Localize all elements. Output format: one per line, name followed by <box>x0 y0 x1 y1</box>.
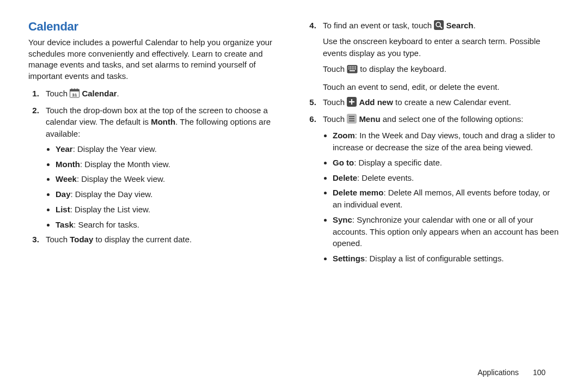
svg-rect-17 <box>352 69 353 70</box>
opt-desc: : In the Week and Day views, touch and d… <box>333 131 555 152</box>
step-5: Touch Add new to create a new Calendar e… <box>318 96 560 110</box>
step1-touch: Touch <box>46 89 68 98</box>
opt-desc: : Search for tasks. <box>74 220 139 229</box>
svg-rect-14 <box>355 66 356 68</box>
opt-desc: : Display the Year view. <box>73 144 157 154</box>
step4-p3a: Touch <box>323 64 347 74</box>
footer-section: Applications <box>477 368 519 377</box>
opt-desc: : Display the List view. <box>70 205 151 214</box>
page: Calendar Your device includes a powerful… <box>0 0 588 362</box>
step3-a: Touch <box>46 235 70 244</box>
menu-delete-memo: Delete memo: Delete All memos, All event… <box>333 187 560 211</box>
svg-rect-3 <box>74 88 75 90</box>
view-list: List: Display the List view. <box>56 204 283 216</box>
opt-desc: : Display the Day view. <box>71 189 153 199</box>
step5-a: Touch <box>323 97 347 107</box>
svg-rect-12 <box>352 66 353 68</box>
step-1: Touch 31 Calendar. <box>41 88 283 101</box>
view-week: Week: Display the Week view. <box>56 173 283 185</box>
menu-icon <box>347 114 357 127</box>
svg-rect-4 <box>77 88 78 90</box>
step1-period: . <box>117 89 119 98</box>
right-column: To find an event or task, touch Search. … <box>305 20 560 351</box>
svg-rect-10 <box>348 66 350 68</box>
steps-list-left: Touch 31 Calendar. Touch the drop-down b… <box>28 88 283 246</box>
calendar-31-icon: 31 <box>70 88 79 101</box>
svg-rect-13 <box>353 66 354 68</box>
svg-rect-6 <box>434 20 444 30</box>
menu-settings: Settings: Display a list of configurable… <box>333 253 560 265</box>
view-month: Month: Display the Month view. <box>56 158 283 170</box>
menu-sync: Sync: Synchronize your calendar with one… <box>333 214 560 249</box>
opt-name: Task <box>56 220 74 229</box>
step5-b: to create a new Calendar event. <box>393 97 511 107</box>
opt-name: Sync <box>333 215 352 224</box>
step4-p3: Touch to display the keyboard. <box>323 63 560 77</box>
menu-zoom: Zoom: In the Week and Day views, touch a… <box>333 130 560 154</box>
svg-rect-16 <box>350 69 351 70</box>
svg-text:31: 31 <box>72 93 77 97</box>
opt-desc: : Display a specific date. <box>354 158 442 167</box>
step3-today: Today <box>70 235 93 244</box>
svg-rect-20 <box>350 70 355 71</box>
opt-name: Delete memo <box>333 188 383 197</box>
opt-name: Year <box>56 144 73 154</box>
opt-name: Go to <box>333 158 354 167</box>
step-4: To find an event or task, touch Search. … <box>318 20 560 93</box>
step3-b: to display the current date. <box>93 235 192 244</box>
step4-p2: Use the onscreen keyboard to enter a sea… <box>323 35 560 59</box>
plus-icon <box>347 97 357 110</box>
step5-add: Add new <box>359 97 393 107</box>
opt-name: Day <box>56 189 71 199</box>
svg-rect-15 <box>348 69 350 70</box>
step6-a: Touch <box>323 114 347 124</box>
page-title: Calendar <box>28 20 283 34</box>
step4-b: . <box>474 21 476 30</box>
opt-desc: : Display the Month view. <box>80 160 170 169</box>
view-day: Day: Display the Day view. <box>56 188 283 200</box>
steps-list-right: To find an event or task, touch Search. … <box>305 20 560 265</box>
step2-month: Month <box>151 117 175 126</box>
step4-p4: Touch an event to send, edit, or delete … <box>323 81 560 93</box>
keyboard-icon <box>347 65 358 77</box>
opt-name: Delete <box>333 173 357 182</box>
footer-page: 100 <box>533 368 546 377</box>
opt-name: Week <box>56 174 77 183</box>
view-task: Task: Search for tasks. <box>56 219 283 231</box>
svg-rect-18 <box>353 69 354 70</box>
step4-p3b: to display the keyboard. <box>358 64 446 74</box>
intro-text: Your device includes a powerful Calendar… <box>28 37 283 82</box>
opt-desc: : Synchronize your calendar with one or … <box>333 215 559 248</box>
step6-menu: Menu <box>359 114 380 124</box>
step-2: Touch the drop-down box at the top of th… <box>41 105 283 231</box>
opt-name: Zoom <box>333 131 355 140</box>
svg-rect-11 <box>350 66 351 68</box>
opt-name: List <box>56 205 70 214</box>
step4-search: Search <box>446 21 473 30</box>
opt-name: Month <box>56 160 80 169</box>
left-column: Calendar Your device includes a powerful… <box>28 20 283 351</box>
menu-goto: Go to: Display a specific date. <box>333 157 560 169</box>
svg-rect-19 <box>355 69 356 70</box>
opt-name: Settings <box>333 254 365 263</box>
menu-delete: Delete: Delete events. <box>333 172 560 184</box>
menu-option-list: Zoom: In the Week and Day views, touch a… <box>323 130 560 265</box>
step-6: Touch Menu and select one of the followi… <box>318 113 560 265</box>
view-option-list: Year: Display the Year view. Month: Disp… <box>46 143 283 231</box>
opt-desc: : Display the Week view. <box>77 174 165 183</box>
page-footer: Applications 100 <box>477 368 546 377</box>
opt-desc: : Delete events. <box>357 173 414 182</box>
search-icon <box>434 20 444 33</box>
svg-rect-2 <box>71 88 72 90</box>
step6-b: and select one of the following options: <box>381 114 524 124</box>
opt-desc: : Display a list of configurable setting… <box>365 254 504 263</box>
step-3: Touch Today to display the current date. <box>41 234 283 246</box>
step1-label: Calendar <box>82 89 117 98</box>
view-year: Year: Display the Year view. <box>56 143 283 155</box>
step4-a: To find an event or task, touch <box>323 21 434 30</box>
